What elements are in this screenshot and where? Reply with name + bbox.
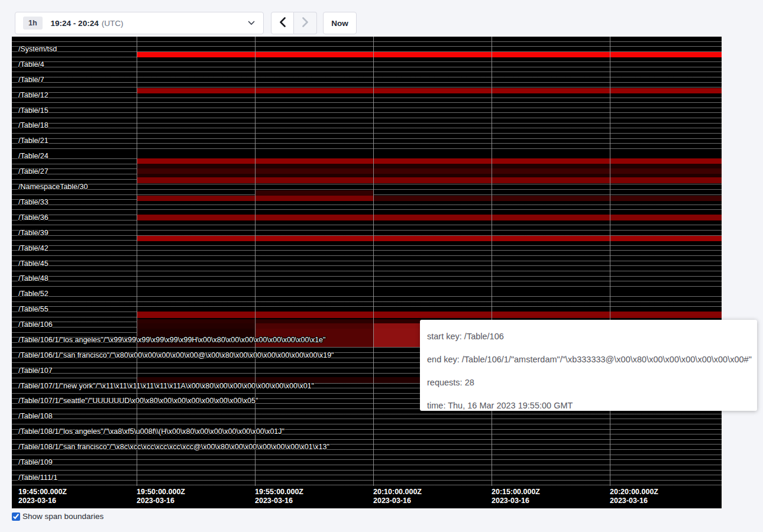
tooltip-end-key: end key: /Table/106/1/"amsterdam"/"\xb33…	[427, 348, 757, 371]
now-button[interactable]: Now	[323, 12, 357, 34]
tooltip-time: time: Thu, 16 Mar 2023 19:55:00 GMT	[427, 394, 757, 417]
heat-band	[137, 215, 722, 220]
heat-band	[137, 177, 722, 183]
heat-band	[373, 323, 421, 329]
axis-tick-label: 20:15:00.000Z2023-03-16	[492, 488, 540, 505]
time-gridline	[137, 37, 137, 486]
time-window-nav	[271, 12, 317, 34]
heat-band	[373, 196, 722, 201]
tooltip-start-key: start key: /Table/106	[427, 325, 757, 348]
heat-band	[137, 236, 722, 241]
next-time-window-button[interactable]	[294, 12, 317, 34]
key-span-label: /Table/106	[18, 320, 53, 329]
previous-time-window-button[interactable]	[271, 12, 294, 34]
key-span-label: /Table/108/1/"los angeles"/"\xa8\xf5\u00…	[18, 427, 284, 436]
key-span-label: /System/tsd	[18, 45, 57, 53]
heatmap-plot[interactable]: /System/tsd/Table/4/Table/7/Table/12/Tab…	[12, 37, 722, 486]
checkbox-label: Show span boundaries	[22, 512, 104, 521]
hover-tooltip: start key: /Table/106 end key: /Table/10…	[420, 320, 757, 411]
timezone-label: (UTC)	[102, 19, 124, 28]
key-span-label: /Table/24	[18, 152, 49, 160]
heat-band	[137, 158, 722, 164]
time-gridline	[255, 37, 256, 486]
time-gridline	[610, 37, 610, 486]
key-visualizer[interactable]: /System/tsd/Table/4/Table/7/Table/12/Tab…	[12, 37, 722, 508]
key-span-label: /Table/108/1/"san francisco"/"\x8c\xcc\x…	[18, 443, 329, 451]
key-span-label: /NamespaceTable/30	[18, 183, 88, 191]
key-span-label: /Table/45	[18, 259, 49, 268]
axis-tick-label: 19:55:00.000Z2023-03-16	[255, 488, 303, 505]
key-span-label: /Table/107/1/"new york"/"\x11\x11\x11\x1…	[18, 382, 314, 390]
key-span-label: /Table/109	[18, 458, 53, 466]
axis-tick-label: 19:50:00.000Z2023-03-16	[137, 488, 185, 505]
time-gridline	[373, 37, 374, 486]
chevron-left-icon	[279, 17, 286, 29]
key-span-label: /Table/12	[18, 91, 49, 99]
time-range-label: 19:24 - 20:24	[51, 19, 99, 28]
x-axis: 19:45:00.000Z2023-03-1619:50:00.000Z2023…	[12, 486, 722, 508]
key-span-label: /Table/106/1/"los angeles"/"\x99\x99\x99…	[18, 336, 325, 344]
key-span-label: /Table/27	[18, 167, 49, 176]
heat-band	[255, 323, 373, 329]
heat-band	[137, 323, 255, 329]
key-span-label: /Table/7	[18, 76, 44, 84]
key-span-label: /Table/52	[18, 290, 49, 298]
axis-tick-label: 20:20:00.000Z2023-03-16	[610, 488, 658, 505]
key-span-label: /Table/106/1/"san francisco"/"\x80\x00\x…	[18, 351, 334, 359]
axis-tick-label: 20:10:00.000Z2023-03-16	[373, 488, 422, 505]
key-span-label: /Table/111/1	[18, 473, 57, 482]
key-span-label: /Table/36	[18, 213, 49, 222]
heat-band	[255, 190, 373, 196]
key-span-label: /Table/4	[18, 60, 44, 69]
key-span-label: /Table/107	[18, 366, 53, 375]
time-gridline	[492, 37, 492, 486]
tooltip-requests: requests: 28	[427, 371, 757, 394]
key-span-label: /Table/18	[18, 121, 49, 129]
key-span-label: /Table/21	[18, 137, 49, 145]
heat-band	[137, 168, 722, 174]
key-span-label: /Table/33	[18, 198, 49, 206]
key-span-label: /Table/48	[18, 274, 49, 283]
key-span-label: /Table/15	[18, 106, 49, 115]
time-range-selector[interactable]: 1h 19:24 - 20:24 (UTC)	[15, 12, 264, 34]
key-span-label: /Table/42	[18, 244, 49, 252]
heat-band	[137, 319, 421, 323]
heat-band	[137, 52, 722, 57]
show-span-boundaries-checkbox[interactable]	[12, 512, 20, 521]
heat-band	[137, 312, 722, 318]
key-span-label: /Table/108	[18, 412, 53, 420]
show-span-boundaries-control: Show span boundaries	[12, 512, 104, 521]
axis-tick-label: 19:45:00.000Z2023-03-16	[18, 488, 67, 505]
duration-badge: 1h	[23, 17, 43, 30]
chevron-right-icon	[302, 17, 309, 29]
heat-band	[137, 164, 722, 168]
key-span-label: /Table/55	[18, 305, 49, 313]
heat-band	[373, 329, 421, 347]
key-span-label: /Table/107/1/"seattle"/"UUUUUUD\x00\x80\…	[18, 397, 258, 405]
heat-band	[137, 88, 722, 93]
chevron-down-icon	[248, 21, 255, 25]
key-span-label: /Table/39	[18, 229, 49, 237]
